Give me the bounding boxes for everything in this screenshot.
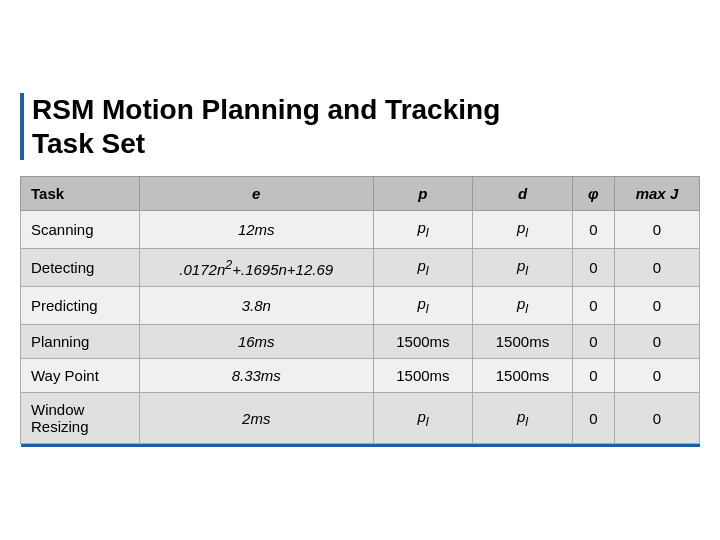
cell-p: 1500ms	[373, 325, 473, 359]
cell-p: pl	[373, 211, 473, 249]
cell-d: 1500ms	[473, 359, 573, 393]
cell-e: 3.8n	[139, 287, 373, 325]
cell-task: Detecting	[21, 249, 140, 287]
table-row: Way Point8.33ms1500ms1500ms00	[21, 359, 700, 393]
cell-phi: 0	[572, 211, 614, 249]
cell-e: 2ms	[139, 393, 373, 444]
cell-phi: 0	[572, 325, 614, 359]
page-title: RSM Motion Planning and Tracking Task Se…	[20, 93, 700, 160]
cell-phi: 0	[572, 287, 614, 325]
cell-maxj: 0	[614, 393, 699, 444]
cell-task: Scanning	[21, 211, 140, 249]
cell-p: pl	[373, 393, 473, 444]
table-row: Detecting.0172n2+.1695n+12.69plpl00	[21, 249, 700, 287]
main-container: RSM Motion Planning and Tracking Task Se…	[10, 73, 710, 467]
cell-maxj: 0	[614, 249, 699, 287]
col-header-d: d	[473, 177, 573, 211]
cell-d: pl	[473, 287, 573, 325]
cell-maxj: 0	[614, 325, 699, 359]
cell-e: 12ms	[139, 211, 373, 249]
col-header-p: p	[373, 177, 473, 211]
cell-d: pl	[473, 211, 573, 249]
cell-task: WindowResizing	[21, 393, 140, 444]
table-row: Scanning12msplpl00	[21, 211, 700, 249]
cell-p: pl	[373, 249, 473, 287]
cell-phi: 0	[572, 393, 614, 444]
cell-d: 1500ms	[473, 325, 573, 359]
cell-maxj: 0	[614, 287, 699, 325]
title-line1: RSM Motion Planning and Tracking	[32, 94, 500, 125]
table-body: Scanning12msplpl00Detecting.0172n2+.1695…	[21, 211, 700, 444]
cell-task: Planning	[21, 325, 140, 359]
cell-maxj: 0	[614, 211, 699, 249]
title-line2: Task Set	[32, 128, 145, 159]
cell-p: 1500ms	[373, 359, 473, 393]
cell-p: pl	[373, 287, 473, 325]
col-header-phi: φ	[572, 177, 614, 211]
cell-e: 16ms	[139, 325, 373, 359]
task-table: Task e p d φ max J Scanning12msplpl00Det…	[20, 176, 700, 447]
table-footer-rule	[21, 444, 700, 447]
col-header-e: e	[139, 177, 373, 211]
cell-phi: 0	[572, 359, 614, 393]
cell-d: pl	[473, 249, 573, 287]
cell-e: .0172n2+.1695n+12.69	[139, 249, 373, 287]
cell-task: Way Point	[21, 359, 140, 393]
cell-d: pl	[473, 393, 573, 444]
table-header-row: Task e p d φ max J	[21, 177, 700, 211]
table-row: Planning16ms1500ms1500ms00	[21, 325, 700, 359]
cell-task: Predicting	[21, 287, 140, 325]
cell-phi: 0	[572, 249, 614, 287]
col-header-task: Task	[21, 177, 140, 211]
cell-maxj: 0	[614, 359, 699, 393]
cell-e: 8.33ms	[139, 359, 373, 393]
table-row: WindowResizing2msplpl00	[21, 393, 700, 444]
table-row: Predicting3.8nplpl00	[21, 287, 700, 325]
col-header-maxj: max J	[614, 177, 699, 211]
